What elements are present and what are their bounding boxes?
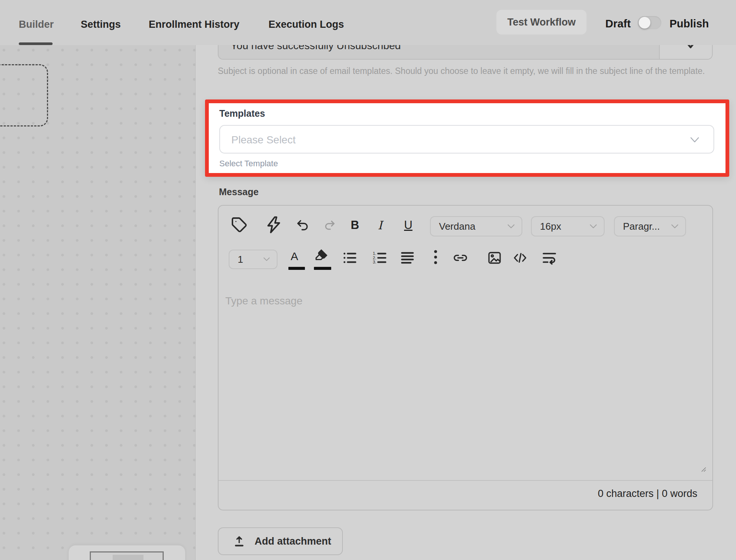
active-tab-indicator (19, 42, 53, 45)
lightning-icon[interactable] (264, 215, 283, 234)
tab-builder[interactable]: Builder (19, 19, 54, 30)
undo-icon[interactable] (295, 218, 310, 232)
workflow-canvas[interactable] (0, 45, 196, 560)
upload-icon (234, 535, 245, 547)
link-icon[interactable] (452, 250, 469, 266)
subject-helper-text: Subject is optional in case of email tem… (218, 65, 706, 78)
code-icon[interactable] (511, 250, 529, 266)
resize-handle-icon[interactable] (700, 467, 707, 473)
top-navigation-bar: Builder Settings Enrollment History Exec… (0, 0, 736, 45)
workflow-node-frame (90, 551, 164, 560)
highlight-color-swatch (314, 267, 331, 270)
character-count: 0 characters | 0 words (598, 488, 697, 500)
chevron-down-icon (263, 257, 270, 262)
paragraph-style-dropdown[interactable]: Paragr... (614, 216, 686, 236)
app-screen: You have successfully Unsubscribed Subje… (0, 0, 736, 560)
publish-toggle-knob (639, 17, 650, 29)
add-attachment-button[interactable]: Add attachment (218, 527, 343, 555)
numbered-list-icon[interactable]: 1. 2. 3. (372, 250, 388, 266)
font-size-value: 16px (540, 221, 561, 232)
message-label: Message (219, 187, 259, 197)
templates-helper-text: Select Template (219, 159, 278, 169)
template-select-placeholder: Please Select (231, 134, 296, 146)
more-options-icon[interactable] (428, 248, 443, 266)
templates-highlight-box: Templates Please Select Select Template (205, 99, 729, 177)
italic-button[interactable]: I (378, 218, 382, 232)
draft-label: Draft (605, 18, 631, 30)
tab-enrollment-history[interactable]: Enrollment History (149, 19, 240, 30)
chevron-down-icon (671, 224, 679, 229)
text-wrap-icon[interactable] (541, 250, 558, 266)
font-size-dropdown[interactable]: 16px (531, 216, 605, 236)
bullet-list-icon[interactable] (342, 250, 357, 266)
template-select[interactable]: Please Select (219, 125, 714, 154)
tag-icon[interactable] (230, 216, 248, 234)
svg-text:1.: 1. (373, 251, 376, 256)
publish-toggle[interactable] (638, 16, 661, 29)
message-input[interactable]: Type a message (225, 295, 302, 307)
chevron-down-icon (690, 137, 699, 143)
align-justify-icon[interactable] (400, 250, 415, 266)
tab-settings[interactable]: Settings (81, 19, 121, 30)
add-attachment-label: Add attachment (255, 536, 331, 547)
chevron-down-icon (590, 224, 597, 229)
svg-text:2.: 2. (373, 256, 376, 260)
font-family-dropdown[interactable]: Verdana (430, 216, 522, 236)
test-workflow-button[interactable]: Test Workflow (496, 10, 587, 35)
workflow-node-card[interactable] (69, 545, 185, 560)
redo-icon[interactable] (323, 219, 336, 232)
message-editor: B I U Verdana 16px Paragr... 1 (218, 205, 713, 510)
chevron-down-icon (507, 224, 515, 229)
underline-button[interactable]: U (404, 218, 412, 232)
line-height-dropdown[interactable]: 1 (229, 250, 278, 269)
templates-label: Templates (219, 108, 265, 119)
tab-execution-logs[interactable]: Execution Logs (268, 19, 344, 30)
line-height-value: 1 (238, 254, 243, 265)
publish-label: Publish (670, 18, 709, 30)
workflow-node-button (113, 555, 143, 560)
editor-footer-divider (219, 480, 712, 481)
workflow-node-placeholder[interactable] (0, 64, 48, 126)
svg-text:3.: 3. (373, 260, 376, 264)
text-color-button[interactable]: A (291, 250, 298, 263)
highlighter-icon[interactable] (313, 248, 329, 263)
text-color-swatch (288, 267, 305, 270)
bold-button[interactable]: B (351, 218, 359, 232)
font-family-value: Verdana (439, 221, 475, 232)
paragraph-style-value: Paragr... (623, 221, 660, 232)
image-icon[interactable] (487, 250, 502, 266)
